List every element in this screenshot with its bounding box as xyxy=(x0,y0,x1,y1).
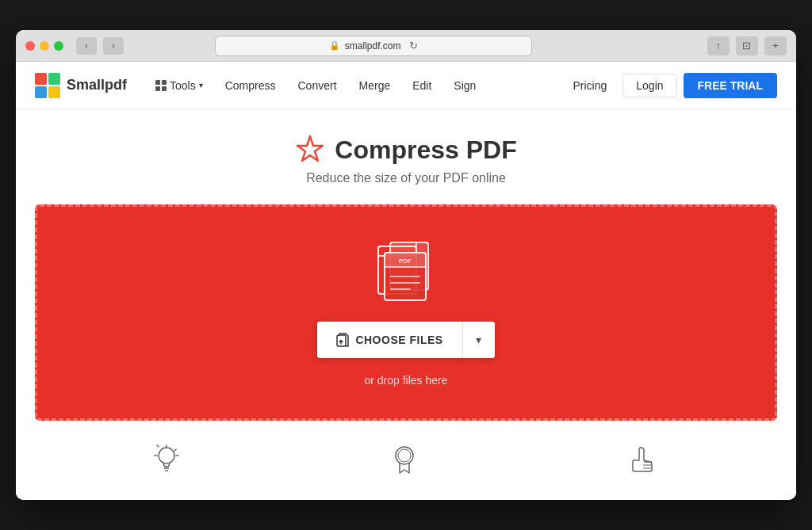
address-bar[interactable]: 🔒 smallpdf.com ↻ xyxy=(215,36,532,56)
nav-compress[interactable]: Compress xyxy=(216,74,285,97)
maximize-button[interactable] xyxy=(54,41,63,51)
svg-line-16 xyxy=(157,445,159,447)
choose-files-label: CHOOSE FILES xyxy=(355,334,442,346)
forward-button[interactable]: › xyxy=(103,37,124,55)
nav-items: Tools ▾ Compress Convert Merge Edit Sign xyxy=(146,74,485,97)
browser-titlebar: ‹ › 🔒 smallpdf.com ↻ ↑ ⊡ + xyxy=(16,30,796,62)
hero-section: Compress PDF Reduce the size of your PDF… xyxy=(16,109,796,204)
nav-sign[interactable]: Sign xyxy=(444,74,485,97)
svg-line-14 xyxy=(174,449,176,451)
chevron-down-icon: ▾ xyxy=(476,334,481,346)
footer-icon-award xyxy=(392,444,417,476)
svg-point-19 xyxy=(398,449,411,462)
svg-text:PDF: PDF xyxy=(399,257,412,265)
dropdown-button[interactable]: ▾ xyxy=(463,322,495,358)
lightbulb-icon xyxy=(154,444,179,476)
footer-icon-lightbulb xyxy=(154,444,179,476)
close-button[interactable] xyxy=(25,41,35,51)
tools-chevron: ▾ xyxy=(199,81,203,90)
free-trial-button[interactable]: FREE TRIAL xyxy=(684,73,777,98)
reload-icon: ↻ xyxy=(409,40,418,51)
choose-files-button[interactable]: CHOOSE FILES xyxy=(317,322,462,358)
file-upload-icon xyxy=(336,333,349,347)
hero-heading: Compress PDF xyxy=(335,135,516,165)
drop-text: or drop files here xyxy=(364,374,447,387)
minimize-button[interactable] xyxy=(40,41,49,51)
logo-area[interactable]: Smallpdf xyxy=(35,73,127,98)
logo-text: Smallpdf xyxy=(67,77,127,93)
nav-right: Pricing Login FREE TRIAL xyxy=(563,73,777,98)
lock-icon: 🔒 xyxy=(329,40,340,51)
nav-pricing[interactable]: Pricing xyxy=(563,74,616,97)
footer-icons xyxy=(16,421,796,500)
thumbsup-icon xyxy=(630,444,658,476)
page-content: Smallpdf Tools ▾ Compress xyxy=(16,62,796,500)
choose-files-container: CHOOSE FILES ▾ xyxy=(317,322,494,358)
tools-label: Tools xyxy=(170,79,196,92)
svg-point-10 xyxy=(159,448,174,463)
tab-button[interactable]: ⊡ xyxy=(736,36,758,55)
url-text: smallpdf.com xyxy=(345,40,401,51)
navbar: Smallpdf Tools ▾ Compress xyxy=(16,62,796,109)
footer-icon-thumbsup xyxy=(630,444,658,476)
back-button[interactable]: ‹ xyxy=(76,37,97,55)
tools-grid-icon xyxy=(155,80,167,91)
new-tab-button[interactable]: + xyxy=(764,36,787,55)
pdf-files-illustration: PDF xyxy=(362,238,450,306)
award-icon xyxy=(392,444,417,476)
compress-pdf-icon xyxy=(295,135,325,165)
hero-title: Compress PDF xyxy=(16,135,796,165)
drop-zone[interactable]: PDF CHOOSE FILES xyxy=(35,204,777,421)
nav-tools[interactable]: Tools ▾ xyxy=(146,74,213,97)
login-button[interactable]: Login xyxy=(622,74,676,97)
nav-convert[interactable]: Convert xyxy=(289,74,347,97)
logo-icon xyxy=(35,73,60,98)
nav-edit[interactable]: Edit xyxy=(403,74,441,97)
browser-window: ‹ › 🔒 smallpdf.com ↻ ↑ ⊡ + Smallpdf xyxy=(16,30,796,500)
share-button[interactable]: ↑ xyxy=(707,36,730,55)
toolbar-right: ↑ ⊡ + xyxy=(707,36,787,55)
hero-subtitle: Reduce the size of your PDF online xyxy=(16,171,796,185)
nav-merge[interactable]: Merge xyxy=(350,74,400,97)
traffic-lights xyxy=(25,41,63,51)
